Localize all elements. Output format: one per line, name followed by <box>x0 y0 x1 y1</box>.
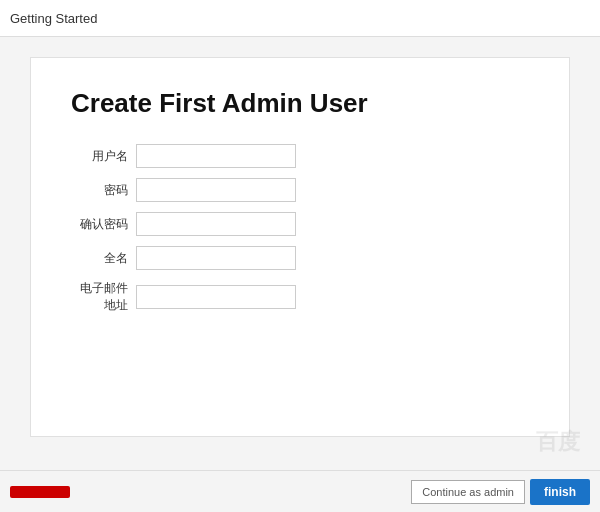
form-group-email: 电子邮件地址 <box>71 280 529 314</box>
top-bar-title: Getting Started <box>10 11 97 26</box>
page-heading: Create First Admin User <box>71 88 529 119</box>
continue-as-admin-button[interactable]: Continue as admin <box>411 480 525 504</box>
label-email: 电子邮件地址 <box>71 280 136 314</box>
input-fullname[interactable] <box>136 246 296 270</box>
input-username[interactable] <box>136 144 296 168</box>
label-username: 用户名 <box>71 148 136 165</box>
form-group-fullname: 全名 <box>71 246 529 270</box>
input-password[interactable] <box>136 178 296 202</box>
bottom-bar: Continue as admin finish <box>0 470 600 512</box>
bottom-right: Continue as admin finish <box>411 479 590 505</box>
input-email[interactable] <box>136 285 296 309</box>
form-group-password: 密码 <box>71 178 529 202</box>
main-content: Create First Admin User 用户名 密码 确认密码 全名 电… <box>30 57 570 437</box>
form-group-username: 用户名 <box>71 144 529 168</box>
form-group-confirm-password: 确认密码 <box>71 212 529 236</box>
top-bar: Getting Started <box>0 0 600 37</box>
finish-button[interactable]: finish <box>530 479 590 505</box>
label-fullname: 全名 <box>71 250 136 267</box>
bottom-left <box>10 486 70 498</box>
input-confirm-password[interactable] <box>136 212 296 236</box>
label-confirm-password: 确认密码 <box>71 216 136 233</box>
label-password: 密码 <box>71 182 136 199</box>
red-bar-indicator <box>10 486 70 498</box>
